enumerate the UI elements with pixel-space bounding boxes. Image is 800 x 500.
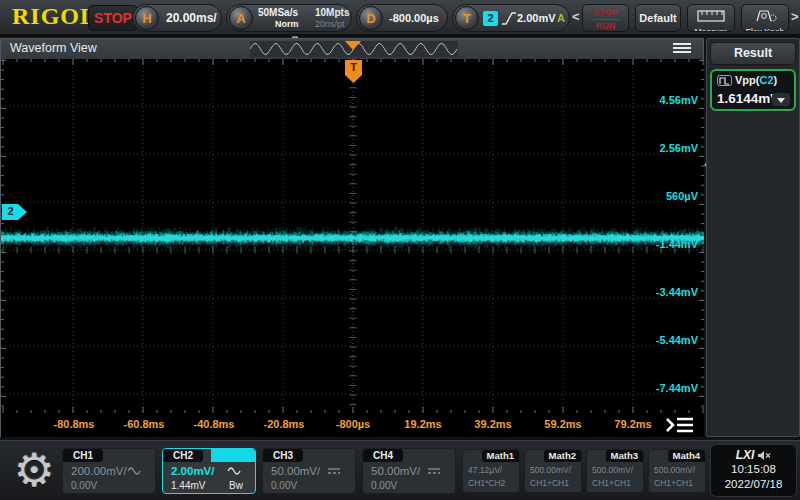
run-label: RUN bbox=[583, 20, 628, 32]
t-axis-label: 79.2ms bbox=[614, 418, 651, 430]
ch4-scale: 50.00mV/ bbox=[371, 465, 420, 477]
t-axis-label: 59.2ms bbox=[544, 418, 581, 430]
rigol-gear-logo-button[interactable]: ⚙ bbox=[8, 443, 60, 497]
menu-icon[interactable] bbox=[673, 43, 691, 55]
math1-expression: CH1*CH2 bbox=[468, 478, 505, 488]
t-axis-label: -40.8ms bbox=[194, 418, 235, 430]
channel-card-ch1[interactable]: CH1 200.00mV/ 0.00V bbox=[62, 448, 156, 494]
t-axis-label: 39.2ms bbox=[474, 418, 511, 430]
measure-button[interactable]: Measure bbox=[687, 4, 735, 32]
ch2-scale: 2.00mV/ bbox=[171, 465, 214, 477]
result-panel: Result Vpp(C2) 1.6144mV bbox=[706, 38, 800, 437]
vpp-value: 1.6144mV bbox=[717, 91, 779, 106]
vpp-measurement-card[interactable]: Vpp(C2) 1.6144mV bbox=[710, 69, 796, 111]
channel-card-ch4[interactable]: CH4 50.00mV/ 0.00V bbox=[362, 448, 456, 494]
trigger-level-value: 2.00mV bbox=[517, 12, 556, 24]
speaker-mute-icon bbox=[758, 450, 771, 461]
horizontal-knob[interactable]: H bbox=[135, 6, 159, 30]
t-axis-label: -60.8ms bbox=[124, 418, 165, 430]
math3-scale: 500.00mV/ bbox=[592, 465, 633, 475]
pulse-waveform-icon bbox=[717, 75, 732, 86]
math-card-math2[interactable]: Math2 500.00mV/ CH1+CH1 bbox=[524, 449, 582, 493]
lxi-label: LXI bbox=[736, 448, 755, 462]
sample-resolution-value: 20ns/pt bbox=[315, 19, 345, 29]
v-axis-label: -5.44mV bbox=[656, 334, 698, 346]
ac-coupling-icon bbox=[127, 465, 141, 477]
acquire-mode: Norm bbox=[258, 19, 299, 29]
measure-label: Measure bbox=[688, 27, 734, 32]
ch3-tab: CH3 bbox=[263, 449, 303, 462]
vpp-measurement-name: Vpp(C2) bbox=[717, 74, 777, 88]
ruler-icon bbox=[697, 10, 725, 22]
math1-scale: 47.12µV/ bbox=[468, 465, 502, 475]
math-card-math1[interactable]: Math1 47.12µV/ CH1*CH2 bbox=[462, 449, 520, 493]
dc-coupling-icon bbox=[427, 465, 441, 477]
delay-value: -800.00µs bbox=[389, 12, 439, 24]
top-toolbar: RIGOL STOP H 20.00ms/ A 50MSa/s Norm 10M… bbox=[0, 0, 800, 36]
knob-icon bbox=[751, 10, 779, 22]
stop-run-button[interactable]: STOP RUN bbox=[582, 4, 629, 32]
default-button[interactable]: Default bbox=[635, 4, 681, 32]
channel-card-ch2[interactable]: CH2 2.00mV/ 1.44mV Bw bbox=[162, 448, 256, 494]
trigger-source-badge: 2 bbox=[483, 11, 498, 26]
memory-overview-strip[interactable] bbox=[250, 41, 458, 57]
clock-time: 10:15:08 bbox=[711, 462, 796, 477]
math4-expression: CH1+CH1 bbox=[654, 478, 693, 488]
math2-expression: CH1+CH1 bbox=[530, 478, 569, 488]
v-axis-label: 560µV bbox=[666, 190, 698, 202]
rising-edge-icon bbox=[501, 10, 516, 27]
result-panel-header[interactable]: Result bbox=[710, 42, 796, 65]
channel-card-ch3[interactable]: CH3 50.00mV/ 0.00V bbox=[262, 448, 356, 494]
math2-tab: Math2 bbox=[544, 450, 581, 462]
horizontal-scale-value: 20.00ms/ bbox=[166, 11, 217, 25]
math-card-math4[interactable]: Math4 500.00mV/ CH1+CH1 bbox=[648, 449, 706, 493]
t-axis-label: -800µs bbox=[336, 418, 370, 430]
waveform-view-titlebar: Waveform View bbox=[1, 39, 703, 59]
ac-coupling-icon bbox=[227, 465, 241, 477]
flex-knob-button[interactable]: Flex Knob bbox=[741, 4, 789, 32]
trigger-group[interactable]: T 2 2.00mV A bbox=[452, 4, 570, 32]
clock-date: 2022/07/18 bbox=[711, 477, 796, 492]
ch2-offset: 1.44mV bbox=[171, 480, 205, 491]
horizontal-scale-group[interactable]: H 20.00ms/ bbox=[132, 4, 222, 32]
t-axis-label: -80.8ms bbox=[54, 418, 95, 430]
ch2-tab: CH2 bbox=[163, 449, 203, 462]
rigol-brand-logo: RIGOL bbox=[12, 3, 97, 30]
expand-menu-icon[interactable] bbox=[665, 415, 695, 435]
run-state-indicator[interactable]: STOP bbox=[88, 5, 138, 31]
ch3-offset: 0.00V bbox=[271, 480, 351, 491]
math3-tab: Math3 bbox=[606, 450, 643, 462]
ch2-bandwidth-limit: Bw bbox=[229, 480, 243, 491]
sample-rate-value: 50MSa/s bbox=[258, 7, 298, 18]
t-axis-label: -20.8ms bbox=[264, 418, 305, 430]
ch4-tab: CH4 bbox=[363, 449, 403, 462]
toolbar-prev-icon[interactable]: < bbox=[572, 9, 580, 24]
acquire-knob[interactable]: A bbox=[229, 6, 253, 30]
math-card-math3[interactable]: Math3 500.00mV/ CH1+CH1 bbox=[586, 449, 644, 493]
t-axis-label: 19.2ms bbox=[404, 418, 441, 430]
lxi-status-box[interactable]: LXI 10:15:08 2022/07/18 bbox=[710, 444, 797, 497]
ch3-scale: 50.00mV/ bbox=[271, 465, 320, 477]
math4-tab: Math4 bbox=[668, 450, 705, 462]
waveform-view-window: Waveform View 4.56mV 2.56mV 560µV -1.44m… bbox=[0, 38, 704, 437]
ch2-waveform-trace bbox=[1, 59, 704, 413]
ch2-active-strip bbox=[211, 449, 255, 462]
v-axis-label: -1.44mV bbox=[656, 238, 698, 250]
v-axis-label: 4.56mV bbox=[659, 94, 698, 106]
math2-scale: 500.00mV/ bbox=[530, 465, 571, 475]
plot-area[interactable]: 4.56mV 2.56mV 560µV -1.44mV -3.44mV -5.4… bbox=[1, 59, 704, 413]
v-axis-label: -3.44mV bbox=[656, 286, 698, 298]
delay-knob[interactable]: D bbox=[359, 6, 383, 30]
acquire-group[interactable]: A 50MSa/s Norm 10Mpts 20ns/pt bbox=[226, 4, 352, 32]
toolbar-next-icon[interactable]: > bbox=[791, 9, 799, 24]
dropdown-icon[interactable] bbox=[772, 93, 790, 106]
ch1-scale: 200.00mV/ bbox=[71, 465, 127, 477]
v-axis-label: -7.44mV bbox=[656, 382, 698, 394]
delay-group[interactable]: D -800.00µs bbox=[356, 4, 448, 32]
flex-knob-label: Flex Knob bbox=[742, 27, 788, 32]
overview-trigger-position-icon[interactable] bbox=[345, 41, 361, 50]
trigger-knob[interactable]: T bbox=[455, 6, 479, 30]
bottom-status-bar: ⚙ CH1 200.00mV/ 0.00V CH2 2.00mV/ 1.44mV… bbox=[0, 440, 800, 500]
v-axis-label: 2.56mV bbox=[659, 142, 698, 154]
ch1-offset: 0.00V bbox=[71, 480, 151, 491]
